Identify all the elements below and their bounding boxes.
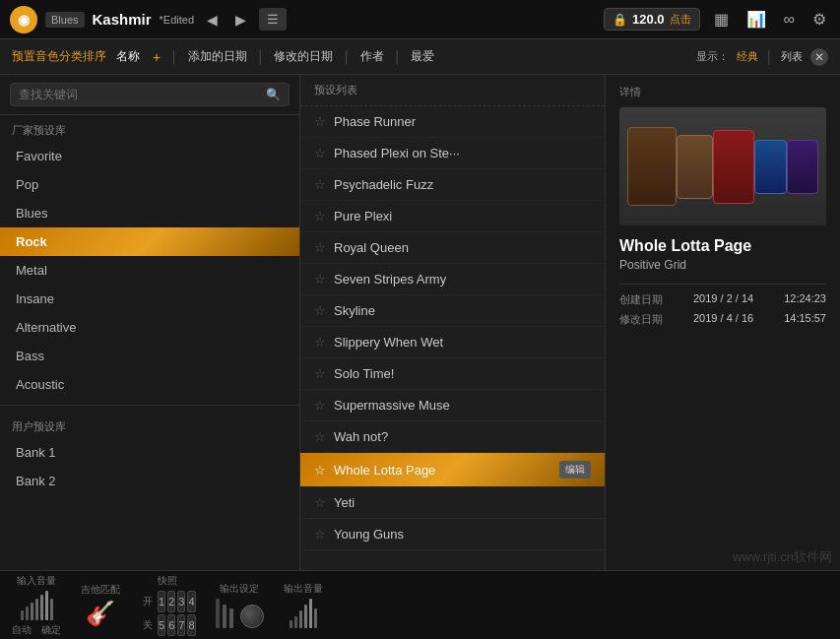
preset-item-whole-lotta[interactable]: ☆ Whole Lotta Page 编辑 <box>300 453 605 487</box>
key-4-btn[interactable]: 4 <box>187 591 195 612</box>
sidebar-item-rock[interactable]: Rock <box>0 227 299 256</box>
sidebar-item-bank2[interactable]: Bank 2 <box>0 467 299 495</box>
preset-item-young-guns[interactable]: ☆ Young Guns <box>300 519 605 550</box>
nav-next-button[interactable]: ▶ <box>230 10 251 30</box>
filter-sep-3: │ <box>343 50 351 64</box>
menu-button[interactable]: ☰ <box>259 8 287 31</box>
preset-item-phase-runner[interactable]: ☆ Phase Runner <box>300 106 605 138</box>
edit-badge[interactable]: 编辑 <box>559 461 591 479</box>
filter-name[interactable]: 名称 <box>116 48 140 65</box>
star-icon[interactable]: ☆ <box>314 303 326 318</box>
star-icon[interactable]: ☆ <box>314 209 326 224</box>
guitar-match-section: 吉他匹配 🎸 <box>81 583 120 627</box>
preset-item-psychadelic-fuzz[interactable]: ☆ Psychadelic Fuzz <box>300 169 605 201</box>
preset-item-wah-not[interactable]: ☆ Wah not? <box>300 421 605 453</box>
display-sep: │ <box>766 50 774 64</box>
preset-item-yeti[interactable]: ☆ Yeti <box>300 487 605 519</box>
filter-date-added[interactable]: 添加的日期 <box>188 48 247 65</box>
key-7-btn[interactable]: 7 <box>177 614 185 636</box>
key-2-btn[interactable]: 2 <box>167 591 175 612</box>
star-icon[interactable]: ☆ <box>314 177 326 192</box>
filter-date-modified[interactable]: 修改的日期 <box>274 48 333 65</box>
sidebar-item-insane[interactable]: Insane <box>0 285 299 313</box>
key-6-btn[interactable]: 6 <box>167 614 175 636</box>
sidebar-item-acoustic[interactable]: Acoustic <box>0 370 299 399</box>
preset-name-skyline: Skyline <box>334 303 591 318</box>
detail-created-label: 创建日期 <box>619 292 663 307</box>
star-icon[interactable]: ☆ <box>314 429 326 444</box>
shortcut-label: 快照 <box>158 574 177 588</box>
filter-author[interactable]: 作者 <box>360 48 384 65</box>
nav-prev-button[interactable]: ◀ <box>202 10 223 30</box>
key-5-btn[interactable]: 5 <box>158 614 165 636</box>
top-bar-right: 🔒 120.0 点击 ▦ 📊 ∞ ⚙ <box>604 6 830 32</box>
star-icon[interactable]: ☆ <box>314 366 326 381</box>
preset-name-wah-not: Wah not? <box>334 429 591 444</box>
settings-icon-button[interactable]: ⚙ <box>808 6 830 32</box>
sidebar-item-pop[interactable]: Pop <box>0 170 299 199</box>
sidebar-item-alternative[interactable]: Alternative <box>0 313 299 342</box>
out-vol-4 <box>304 605 307 628</box>
star-icon[interactable]: ☆ <box>314 527 326 542</box>
bottom-bar: 输入音量 自动 确定 吉他匹配 🎸 快照 开 1 2 3 4 <box>0 570 840 639</box>
filter-plus-icon[interactable]: + <box>153 49 161 65</box>
preset-name-pure-plexi: Pure Plexi <box>334 209 591 224</box>
detail-image <box>619 107 826 225</box>
detail-created-row: 创建日期 2019 / 2 / 14 12:24:23 <box>619 292 826 307</box>
star-icon[interactable]: ☆ <box>314 495 326 510</box>
preset-item-phased-plexi[interactable]: ☆ Phased Plexi on Ste··· <box>300 138 605 169</box>
out-vol-6 <box>314 608 317 628</box>
preset-list: 预设列表 ☆ Phase Runner ☆ Phased Plexi on St… <box>300 75 606 570</box>
detail-modified-date: 2019 / 4 / 16 <box>693 312 753 327</box>
preset-item-skyline[interactable]: ☆ Skyline <box>300 295 605 327</box>
key-3-btn[interactable]: 3 <box>177 591 185 612</box>
close-filter-button[interactable]: ✕ <box>810 48 828 66</box>
preset-item-seven-stripes[interactable]: ☆ Seven Stripes Army <box>300 264 605 295</box>
sidebar-item-metal[interactable]: Metal <box>0 256 299 285</box>
pedal-3 <box>713 130 754 204</box>
vol-bar-3 <box>31 603 33 620</box>
sidebar-item-blues[interactable]: Blues <box>0 199 299 227</box>
vol-bar-7 <box>50 599 53 620</box>
star-icon[interactable]: ☆ <box>314 272 326 287</box>
preset-item-solo-time[interactable]: ☆ Solo Time! <box>300 358 605 390</box>
display-classic[interactable]: 经典 <box>737 49 758 64</box>
output-volume-section: 输出音量 <box>284 582 323 628</box>
grid-icon-button[interactable]: ▦ <box>710 6 733 32</box>
detail-title: Whole Lotta Page <box>619 237 826 255</box>
chart-icon-button[interactable]: 📊 <box>743 6 770 32</box>
star-icon[interactable]: ☆ <box>314 146 326 160</box>
key-1-btn[interactable]: 1 <box>158 591 165 612</box>
star-icon[interactable]: ☆ <box>314 114 326 129</box>
output-knob[interactable] <box>240 605 264 628</box>
filter-favorite[interactable]: 最爱 <box>411 48 434 65</box>
preset-name-young-guns: Young Guns <box>334 527 591 542</box>
star-icon[interactable]: ☆ <box>314 398 326 413</box>
sidebar-item-bank1[interactable]: Bank 1 <box>0 438 299 467</box>
out-bar-2 <box>223 605 226 628</box>
out-vol-2 <box>294 616 297 628</box>
bpm-click-label[interactable]: 点击 <box>670 12 691 27</box>
display-list[interactable]: 列表 <box>781 49 803 64</box>
star-icon[interactable]: ☆ <box>314 240 326 255</box>
guitar-icon: 🎸 <box>86 600 115 627</box>
key-8-btn[interactable]: 8 <box>187 614 195 636</box>
sidebar-item-favorite[interactable]: Favorite <box>0 142 299 170</box>
preset-item-slippery[interactable]: ☆ Slippery When Wet <box>300 327 605 358</box>
preset-item-supermassive[interactable]: ☆ Supermassive Muse <box>300 390 605 421</box>
filter-bar-label: 预置音色分类排序 <box>12 48 106 65</box>
preset-item-royal-queen[interactable]: ☆ Royal Queen <box>300 232 605 264</box>
factory-section-label: 厂家预设库 <box>0 115 299 142</box>
star-icon[interactable]: ☆ <box>314 335 326 350</box>
watermark: www.rjti.cn软件网 <box>725 544 840 570</box>
preset-name-yeti: Yeti <box>334 495 591 510</box>
search-input[interactable] <box>19 88 260 101</box>
preset-item-pure-plexi[interactable]: ☆ Pure Plexi <box>300 201 605 232</box>
output-settings-label: 输出设定 <box>220 582 259 596</box>
open-label: 开 <box>140 595 156 608</box>
detail-created-date: 2019 / 2 / 14 <box>693 292 753 307</box>
star-icon[interactable]: ☆ <box>314 463 326 478</box>
sidebar-item-bass[interactable]: Bass <box>0 342 299 370</box>
guitar-match-label: 吉他匹配 <box>81 583 120 597</box>
infinity-icon-button[interactable]: ∞ <box>780 7 799 32</box>
